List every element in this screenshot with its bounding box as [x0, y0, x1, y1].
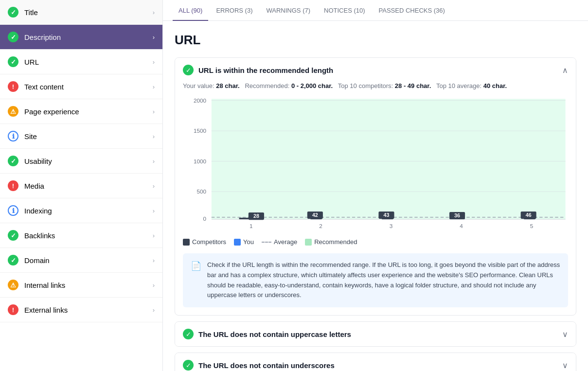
sidebar-chevron-page-experience: ›: [153, 108, 155, 115]
sidebar-status-icon-text-content: !: [8, 81, 18, 92]
sidebar-item-description[interactable]: ✓Description›: [0, 25, 162, 50]
you-color: [234, 239, 241, 246]
sidebar-item-backlinks[interactable]: ✓Backlinks›: [0, 223, 162, 248]
sidebar-item-page-experience[interactable]: ⚠Page experience›: [0, 99, 162, 124]
sidebar-status-icon-indexing: ℹ: [8, 205, 18, 216]
competitors-label: Competitors: [192, 238, 226, 246]
stat-line: Your value: 28 char. Recommended: 0 - 2,…: [183, 82, 568, 89]
chart-legend: Competitors You Average Recommended: [183, 238, 568, 246]
sidebar-chevron-usability: ›: [153, 158, 155, 165]
legend-average: Average: [262, 238, 297, 246]
sidebar-chevron-description: ›: [153, 34, 155, 41]
sidebar-chevron-internal-links: ›: [153, 282, 155, 289]
sidebar-status-icon-backlinks: ✓: [8, 230, 18, 241]
sidebar-chevron-backlinks: ›: [153, 232, 155, 239]
check-header-underscores[interactable]: ✓ The URL does not contain underscores ∨: [175, 353, 576, 371]
tab-all[interactable]: ALL (90): [173, 0, 208, 21]
avg-value: 40 char.: [483, 82, 507, 89]
sidebar-item-internal-links[interactable]: ⚠Internal links›: [0, 273, 162, 298]
average-line: [262, 242, 271, 243]
legend-you: You: [234, 238, 254, 246]
svg-text:2: 2: [319, 223, 322, 230]
chart-svg: 2000 1500 1000 500 0: [183, 96, 568, 232]
sidebar-label-text-content: Text content: [24, 83, 153, 91]
main-content: ALL (90)ERRORS (3)WARNINGS (7)NOTICES (1…: [163, 0, 588, 371]
info-doc-icon: 📄: [191, 261, 201, 300]
sidebar-label-description: Description: [24, 33, 153, 41]
sidebar-chevron-site: ›: [153, 133, 155, 140]
svg-text:42: 42: [312, 212, 318, 218]
svg-text:46: 46: [526, 212, 532, 218]
sidebar-item-media[interactable]: !Media›: [0, 174, 162, 198]
check-header-uppercase[interactable]: ✓ The URL does not contain uppercase let…: [175, 322, 576, 346]
recommended-value: 0 - 2,000 char.: [291, 82, 333, 89]
svg-text:0: 0: [203, 215, 207, 222]
sidebar-chevron-external-links: ›: [153, 306, 155, 314]
your-value-label: Your value:: [183, 82, 214, 89]
tab-errors[interactable]: ERRORS (3): [210, 0, 258, 21]
sidebar-item-external-links[interactable]: !External links›: [0, 298, 162, 322]
recommended-label: Recommended: [314, 238, 357, 246]
average-label: Average: [274, 238, 297, 246]
you-label: You: [243, 238, 254, 246]
sidebar-item-site[interactable]: ℹSite›: [0, 124, 162, 149]
sidebar-chevron-domain: ›: [153, 257, 155, 264]
sidebar-item-domain[interactable]: ✓Domain›: [0, 248, 162, 273]
sidebar-label-title: Title: [24, 8, 153, 17]
sidebar-status-icon-internal-links: ⚠: [8, 280, 18, 290]
svg-text:3: 3: [390, 223, 393, 230]
check-title-underscores: The URL does not contain underscores: [198, 361, 562, 370]
sidebar-item-url[interactable]: ✓URL›: [0, 50, 162, 74]
page-title: URL: [175, 33, 576, 48]
svg-text:500: 500: [197, 188, 207, 195]
check-card-uppercase: ✓ The URL does not contain uppercase let…: [175, 321, 576, 347]
check-status-icon-2: ✓: [183, 329, 194, 339]
sidebar-chevron-media: ›: [153, 182, 155, 190]
tabs-bar: ALL (90)ERRORS (3)WARNINGS (7)NOTICES (1…: [163, 0, 588, 21]
sidebar-status-icon-description: ✓: [8, 32, 18, 42]
sidebar-status-icon-url: ✓: [8, 56, 18, 67]
svg-text:1000: 1000: [194, 158, 207, 165]
sidebar-chevron-indexing: ›: [153, 207, 155, 214]
check-status-icon-3: ✓: [183, 360, 194, 371]
recommended-label: Recommended:: [245, 82, 289, 89]
sidebar-item-title[interactable]: ✓Title›: [0, 0, 162, 25]
sidebar-status-icon-external-links: !: [8, 304, 18, 315]
competitors-color: [183, 239, 190, 246]
tab-warnings[interactable]: WARNINGS (7): [261, 0, 317, 21]
sidebar-item-indexing[interactable]: ℹIndexing›: [0, 198, 162, 223]
check-card-url-length: ✓ URL is within the recommended length ∧…: [175, 57, 576, 316]
sidebar-status-icon-domain: ✓: [8, 255, 18, 265]
sidebar-label-external-links: External links: [24, 306, 153, 314]
check-body-url-length: Your value: 28 char. Recommended: 0 - 2,…: [175, 82, 576, 315]
check-header-url-length[interactable]: ✓ URL is within the recommended length ∧: [175, 58, 576, 82]
svg-text:2000: 2000: [194, 97, 207, 104]
sidebar-label-internal-links: Internal links: [24, 281, 153, 289]
svg-text:36: 36: [454, 212, 460, 218]
info-box: 📄 Check if the URL length is within the …: [183, 253, 568, 307]
sidebar-chevron-title: ›: [153, 9, 155, 16]
svg-text:5: 5: [530, 223, 534, 230]
sidebar-label-indexing: Indexing: [24, 207, 153, 215]
check-collapse-icon: ∧: [562, 66, 568, 75]
sidebar-item-text-content[interactable]: !Text content›: [0, 74, 162, 99]
legend-recommended: Recommended: [305, 238, 357, 246]
sidebar-status-icon-site: ℹ: [8, 131, 18, 141]
top10-value: 28 - 49 char.: [395, 82, 431, 89]
avg-label: Top 10 average:: [436, 82, 481, 89]
tab-passed[interactable]: PASSED CHECKS (36): [373, 0, 451, 21]
sidebar-label-url: URL: [24, 58, 153, 66]
tab-notices[interactable]: NOTICES (10): [318, 0, 371, 21]
sidebar-label-site: Site: [24, 132, 153, 141]
check-title-uppercase: The URL does not contain uppercase lette…: [198, 330, 562, 338]
info-text: Check if the URL length is within the re…: [207, 260, 560, 300]
sidebar-item-usability[interactable]: ✓Usability›: [0, 149, 162, 174]
your-value: 28 char.: [216, 82, 239, 89]
check-expand-icon-2: ∨: [562, 361, 568, 370]
svg-text:1: 1: [249, 223, 253, 230]
svg-text:1500: 1500: [194, 127, 207, 134]
sidebar-status-icon-media: !: [8, 180, 18, 191]
svg-rect-0: [212, 99, 566, 219]
sidebar-status-icon-page-experience: ⚠: [8, 106, 18, 117]
recommended-color: [305, 239, 312, 246]
